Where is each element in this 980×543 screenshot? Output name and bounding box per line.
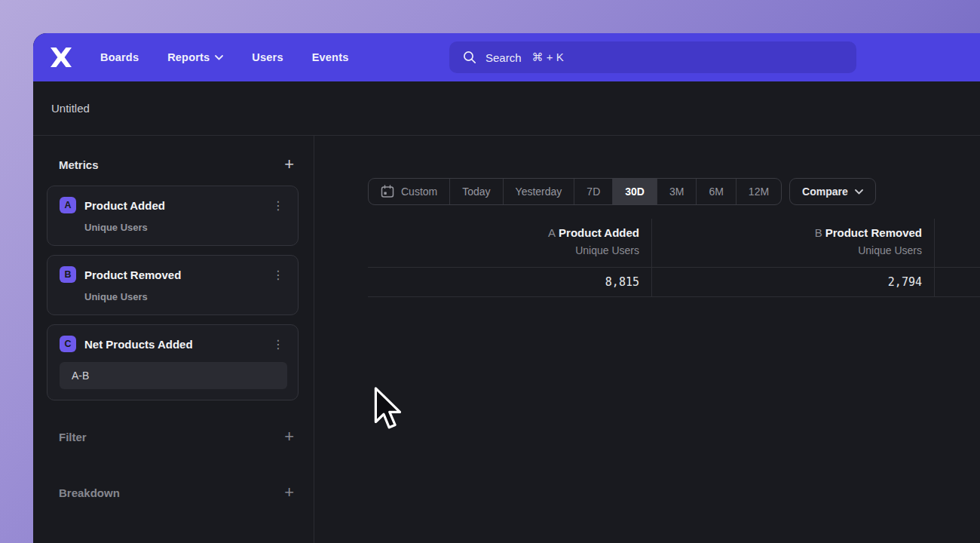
metric-badge: A xyxy=(60,197,76,213)
metric-card-header: A Product Added ⋮ xyxy=(60,197,287,213)
column-title-text: Product Removed xyxy=(825,226,922,239)
range-label: 6M xyxy=(709,186,723,198)
report-title[interactable]: Untitled xyxy=(51,102,90,115)
metric-card-header: B Product Removed ⋮ xyxy=(60,266,287,283)
search-shortcut: ⌘ + K xyxy=(532,51,564,64)
filter-section-header: Filter + xyxy=(47,429,299,444)
kebab-menu-icon[interactable]: ⋮ xyxy=(269,268,287,282)
metric-badge: B xyxy=(60,266,76,283)
search-input[interactable]: Search ⌘ + K xyxy=(449,41,856,73)
metric-card-a[interactable]: A Product Added ⋮ Unique Users xyxy=(47,186,299,246)
metric-measurement[interactable]: Unique Users xyxy=(84,291,287,302)
column-title: BProduct Removed xyxy=(664,226,922,239)
report-title-bar: Untitled xyxy=(33,81,980,136)
metric-badge: C xyxy=(60,336,76,352)
app-window: Boards Reports Users Events Search ⌘ + K… xyxy=(33,33,980,543)
compare-button[interactable]: Compare xyxy=(789,178,876,205)
column-subtitle: Unique Users xyxy=(380,244,639,256)
column-header-a: AProduct Added Unique Users xyxy=(368,219,652,267)
value-cell-b: 2,794 xyxy=(652,267,935,297)
range-label: Custom xyxy=(401,186,437,198)
metric-card-header: C Net Products Added ⋮ xyxy=(60,336,287,352)
column-title-text: Product Added xyxy=(559,226,639,239)
kebab-menu-icon[interactable]: ⋮ xyxy=(269,337,287,351)
range-label: Today xyxy=(462,186,490,198)
results-table: AProduct Added Unique Users BProduct Rem… xyxy=(368,219,980,297)
screen: { "nav": { "items": [ { "label": "Boards… xyxy=(0,0,980,543)
value-cell-a: 8,815 xyxy=(368,267,652,297)
value-cell-spacer xyxy=(935,267,980,297)
range-today-button[interactable]: Today xyxy=(450,179,503,204)
mixpanel-logo-icon[interactable] xyxy=(50,48,72,67)
metric-title: Product Added xyxy=(84,199,261,212)
range-label: 30D xyxy=(625,186,645,198)
metrics-label: Metrics xyxy=(59,158,99,171)
nav-item-label: Boards xyxy=(100,51,139,63)
metric-title: Net Products Added xyxy=(84,338,261,351)
chevron-down-icon xyxy=(855,189,863,195)
range-label: 12M xyxy=(749,186,769,198)
metric-measurement[interactable]: Unique Users xyxy=(84,222,287,233)
metric-title: Product Removed xyxy=(84,268,261,281)
range-6m-button[interactable]: 6M xyxy=(697,179,736,204)
add-metric-button[interactable]: + xyxy=(281,157,297,172)
column-subtitle: Unique Users xyxy=(664,244,922,256)
breakdown-section-header: Breakdown + xyxy=(47,485,299,500)
nav-item-label: Events xyxy=(312,51,349,63)
range-30d-button[interactable]: 30D xyxy=(613,179,657,204)
date-toolbar: Custom Today Yesterday 7D 30D 3M 6M 12M … xyxy=(368,178,876,205)
range-label: 3M xyxy=(669,186,684,198)
metrics-section-header: Metrics + xyxy=(47,157,297,172)
range-label: Yesterday xyxy=(516,186,562,198)
top-nav: Boards Reports Users Events Search ⌘ + K xyxy=(33,33,980,81)
add-breakdown-button[interactable]: + xyxy=(281,485,297,500)
search-placeholder: Search xyxy=(485,51,522,64)
range-label: 7D xyxy=(586,186,600,198)
column-header-spacer xyxy=(935,219,980,267)
range-12m-button[interactable]: 12M xyxy=(737,179,781,204)
chevron-down-icon xyxy=(215,55,223,60)
results-panel: Custom Today Yesterday 7D 30D 3M 6M 12M … xyxy=(314,136,980,543)
nav-menu: Boards Reports Users Events xyxy=(100,33,348,81)
date-range-selector: Custom Today Yesterday 7D 30D 3M 6M 12M xyxy=(368,178,782,205)
range-yesterday-button[interactable]: Yesterday xyxy=(504,179,575,204)
column-badge: B xyxy=(815,226,822,239)
search-icon xyxy=(463,51,476,64)
breakdown-label: Breakdown xyxy=(59,486,120,499)
nav-item-label: Users xyxy=(252,51,283,63)
nav-item-events[interactable]: Events xyxy=(312,51,349,63)
add-filter-button[interactable]: + xyxy=(281,429,297,444)
column-header-b: BProduct Removed Unique Users xyxy=(652,219,935,267)
range-custom-button[interactable]: Custom xyxy=(369,179,450,204)
filter-label: Filter xyxy=(59,431,87,443)
nav-item-reports[interactable]: Reports xyxy=(167,51,223,63)
compare-label: Compare xyxy=(802,186,848,198)
kebab-menu-icon[interactable]: ⋮ xyxy=(269,198,287,213)
range-7d-button[interactable]: 7D xyxy=(574,179,613,204)
formula-input[interactable]: A-B xyxy=(60,362,287,389)
app-body: Metrics + A Product Added ⋮ Unique Users… xyxy=(33,136,980,543)
nav-item-users[interactable]: Users xyxy=(252,51,283,63)
query-sidebar: Metrics + A Product Added ⋮ Unique Users… xyxy=(33,136,314,543)
metric-card-b[interactable]: B Product Removed ⋮ Unique Users xyxy=(47,255,299,315)
nav-item-boards[interactable]: Boards xyxy=(100,51,139,63)
column-title: AProduct Added xyxy=(380,226,639,239)
column-badge: A xyxy=(548,226,556,239)
calendar-icon xyxy=(381,185,394,198)
nav-item-label: Reports xyxy=(167,51,210,63)
range-3m-button[interactable]: 3M xyxy=(657,179,697,204)
metric-card-c[interactable]: C Net Products Added ⋮ A-B xyxy=(47,324,299,400)
